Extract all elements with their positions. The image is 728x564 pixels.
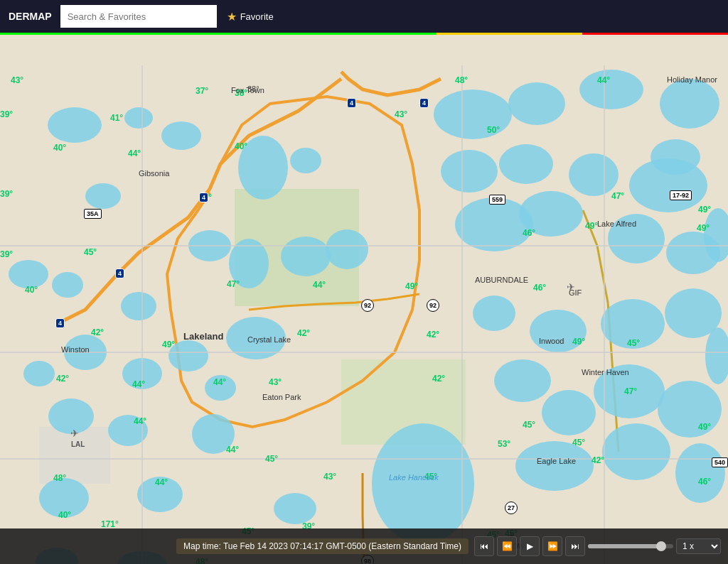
svg-point-39	[601, 299, 665, 349]
shield-state1792: 17-92	[670, 190, 692, 200]
fast-forward-button[interactable]: ⏭	[565, 536, 585, 556]
svg-point-53	[515, 441, 594, 491]
svg-point-14	[85, 183, 121, 209]
shield-i4-2: 4	[419, 98, 429, 108]
shield-us92-2: 92	[427, 299, 439, 312]
svg-point-27	[121, 292, 156, 320]
svg-point-31	[608, 214, 665, 264]
shield-state540: 540	[712, 457, 728, 467]
svg-point-12	[660, 79, 719, 129]
shield-i4-4: 4	[115, 269, 124, 278]
svg-point-18	[326, 229, 368, 269]
progress-fill	[588, 544, 660, 548]
svg-point-17	[281, 237, 331, 276]
svg-point-7	[238, 136, 288, 200]
progress-thumb[interactable]	[656, 541, 666, 551]
shield-i4-5: 4	[55, 318, 65, 328]
speed-selector[interactable]: 0.25 x 0.5 x 1 x 2 x 4 x	[676, 538, 721, 554]
header-bar: DERMAP ★ Favorite	[0, 0, 728, 33]
svg-point-32	[666, 232, 720, 274]
shield-i4: 4	[347, 98, 356, 108]
play-button[interactable]: ▶	[520, 536, 540, 556]
svg-point-25	[52, 272, 83, 298]
svg-point-51	[137, 477, 183, 512]
svg-point-10	[508, 82, 565, 125]
svg-point-47	[542, 390, 596, 435]
svg-point-49	[658, 381, 722, 438]
playback-controls: ⏮ ⏪ ▶ ⏩ ⏭ 0.25 x 0.5 x 1 x 2 x 4 x	[474, 536, 721, 556]
airport-icon-gif: ✈	[567, 281, 575, 293]
map-container[interactable]: 43° 37° 38° 39° 41° 40° 44° 40° 43° 48° …	[0, 33, 728, 564]
svg-point-26	[226, 317, 286, 359]
svg-rect-0	[0, 33, 728, 564]
shield-i4-3: 4	[199, 192, 208, 202]
svg-point-11	[579, 70, 643, 109]
time-display: Map time: Tue Feb 14 2023 07:14:17 GMT-0…	[176, 538, 469, 554]
app-title: DERMAP	[0, 11, 60, 22]
search-input[interactable]	[60, 5, 217, 28]
airport-icon-lal: ✈	[70, 428, 79, 439]
bottom-bar: Map time: Tue Feb 14 2023 07:14:17 GMT-0…	[0, 528, 728, 564]
step-back-button[interactable]: ⏪	[497, 536, 517, 556]
svg-point-8	[290, 148, 321, 173]
shield-us92: 92	[361, 299, 374, 312]
rewind-button[interactable]: ⏮	[474, 536, 494, 556]
progress-bar[interactable]	[588, 544, 673, 548]
top-accent-bar	[0, 33, 728, 35]
svg-point-28	[168, 340, 208, 372]
svg-point-50	[39, 478, 89, 518]
svg-point-9	[434, 90, 512, 139]
svg-point-22	[629, 158, 707, 212]
svg-point-21	[569, 153, 619, 196]
svg-point-24	[9, 260, 48, 288]
svg-point-46	[494, 359, 551, 402]
airport-label-lal: LAL	[71, 440, 85, 448]
svg-point-19	[441, 150, 498, 192]
shield-us27: 27	[505, 501, 518, 514]
shield-state35a: 35A	[84, 209, 102, 219]
svg-point-45	[372, 423, 474, 544]
svg-point-6	[161, 121, 201, 150]
svg-point-20	[499, 144, 553, 184]
svg-point-5	[124, 107, 153, 129]
svg-point-4	[48, 107, 102, 143]
shield-state559: 559	[489, 195, 505, 205]
svg-point-36	[205, 375, 236, 401]
svg-point-37	[473, 295, 515, 331]
svg-point-44	[192, 414, 235, 454]
step-forward-button[interactable]: ⏩	[542, 536, 562, 556]
svg-point-52	[274, 493, 316, 524]
favorite-button[interactable]: ★ Favorite	[217, 10, 284, 23]
svg-point-55	[675, 443, 725, 503]
svg-point-54	[602, 423, 670, 480]
svg-point-38	[530, 310, 587, 352]
map-svg	[0, 33, 728, 564]
star-icon: ★	[227, 10, 237, 23]
favorite-label: Favorite	[240, 11, 274, 22]
svg-point-34	[23, 361, 55, 386]
svg-point-30	[519, 191, 583, 237]
